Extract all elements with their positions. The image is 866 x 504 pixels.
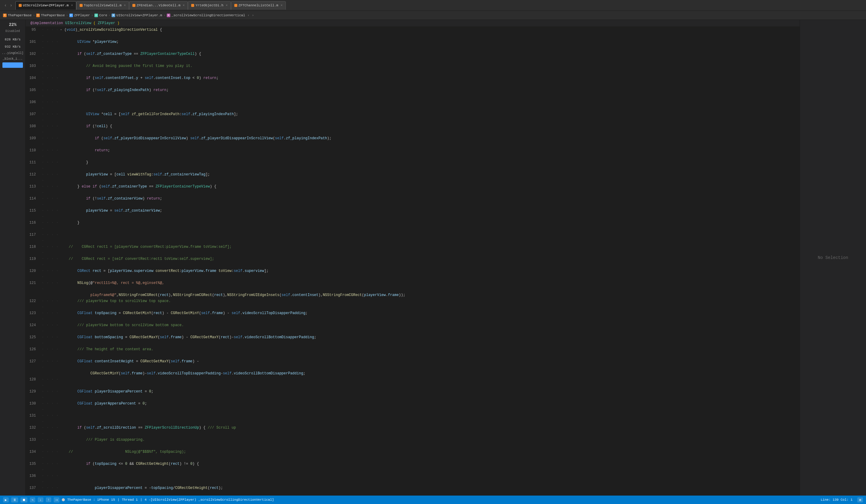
status-bar: ▶ ⏸ ⏹ ↷ ↓ ↑ ⟶ ThePaperBase : iPhone 15 |… [0, 495, 866, 504]
tab-zftchannel[interactable]: ZFTChannelListCell.m × [231, 1, 286, 10]
status-panel-btn[interactable]: ⊞ [857, 497, 863, 503]
breadcrumb-nav-prev[interactable]: ‹ [247, 13, 250, 17]
code-line-114: 114 · · · · · if (!self.zf_containerView… [26, 195, 800, 208]
line-content-95: - (void)_scrollViewScrollingDirectionVer… [59, 27, 800, 33]
breadcrumb-sep-3: › [91, 13, 93, 17]
line-num-127: 127 [26, 358, 41, 365]
line-dots-95: · · · · · [41, 27, 59, 39]
nav-forward-btn[interactable]: › [9, 2, 13, 9]
sidebar-item-3[interactable] [2, 63, 23, 68]
line-num-134: 134 [26, 449, 41, 455]
code-line-131: 131 · · · · · [26, 413, 800, 425]
breadcrumb-file[interactable]: M UIScrollView+ZFPlayer.m [112, 13, 162, 17]
line-dots-105: · · · · · [41, 87, 59, 99]
tab-label-2: TopScrollViewCell.m [84, 4, 122, 7]
main-layout: 22% Disabled 828 KB/s 932 KB/s ...yingCe… [0, 20, 866, 495]
line-num-107: 107 [26, 111, 41, 117]
nav-back-btn[interactable]: ‹ [3, 2, 8, 9]
breadcrumb-thepaperbase-2[interactable]: T ThePaperBase [36, 13, 65, 17]
line-content-130: CGFloat playerApperaPercent = 0; [59, 401, 800, 407]
breadcrumb-label-thepaperbase-1: ThePaperBase [8, 13, 32, 17]
tab-zfendian[interactable]: ZFEndian...VideoCell.m × [129, 1, 188, 10]
breadcrumb-method[interactable]: M _scrollViewScrollingDirectionVertical [167, 13, 245, 17]
sidebar-item-1[interactable]: ...yingCell] [0, 51, 25, 55]
line-content-124: /// playerView bottom to scrollView bott… [59, 322, 800, 328]
line-dots-108: · · · · · [41, 123, 59, 135]
code-line-130: 130 · · · · · CGFloat playerApperaPercen… [26, 401, 800, 413]
code-line-129: 129 · · · · · CGFloat playerDisapperaPer… [26, 389, 800, 401]
breadcrumb-label-method: _scrollViewScrollingDirectionVertical [171, 13, 245, 17]
editor-area: @implementation UIScrollView ( ZFPlayer … [26, 20, 800, 495]
code-line-103: 103 · · · · · // Avoid being paused the … [26, 63, 800, 75]
line-dots-134: · · · · · [41, 449, 59, 461]
code-line-123: 123 · · · · · CGFloat topSpacing = CGRec… [26, 310, 800, 322]
line-dots-137: · · · · · [41, 485, 59, 495]
tab-uiscrollview-zfplayer[interactable]: UIScrollView+ZFPlayer.m × [15, 1, 76, 10]
line-dots-102: · · · · · [41, 51, 59, 63]
line-dots-132: · · · · · [41, 425, 59, 437]
line-dots-117: · · · · · [41, 232, 59, 244]
breadcrumb-sep-5: › [164, 13, 166, 17]
code-line-95: 95 · · · · · - (void)_scrollViewScrollin… [26, 27, 800, 39]
line-dots-125: · · · · · [41, 334, 59, 346]
code-line-112: 112 · · · · · playerView = [cell viewWit… [26, 171, 800, 183]
tab-close-5[interactable]: × [281, 4, 282, 7]
line-content-133: /// Player is disappearing. [59, 437, 800, 443]
code-container[interactable]: 95 · · · · · - (void)_scrollViewScrollin… [26, 27, 800, 495]
tab-label-5: ZFTChannelListCell.m [238, 4, 278, 7]
breadcrumb-zfplayer[interactable]: F ZFPlayer [69, 13, 90, 17]
line-num-102: 102 [26, 51, 41, 57]
breadcrumb-icon-thepaperbase-1: T [3, 13, 7, 17]
line-content-103: // Avoid being paused the first time you… [59, 63, 800, 69]
line-num-106: 106 [26, 99, 41, 105]
line-num-126: 126 [26, 346, 41, 352]
status-step-in-btn[interactable]: ↓ [38, 497, 43, 502]
line-dots-120: · · · · · [41, 268, 59, 280]
status-thread-sep: | [118, 498, 120, 502]
tab-yrteobject[interactable]: YrteObjectDi.h × [188, 1, 231, 10]
status-run-btn[interactable]: ▶ [3, 497, 9, 503]
line-num-133: 133 [26, 437, 41, 443]
tab-close-4[interactable]: × [226, 4, 227, 7]
line-dots-109: · · · · · [41, 135, 59, 147]
line-num-137: 137 [26, 485, 41, 491]
line-dots-130: · · · · · [41, 401, 59, 413]
code-line-137: 137 · · · · · playerDisapperaPercent = -… [26, 485, 800, 495]
code-line-120: 120 · · · · · CGRect rect = [playerView.… [26, 268, 800, 280]
status-line-col: Line: 139 Col: 1 [821, 498, 853, 502]
tab-topscrollview[interactable]: TopScrollViewCell.m × [76, 1, 129, 10]
line-dots-131: · · · · · [41, 413, 59, 425]
breadcrumb-nav-next[interactable]: › [252, 13, 254, 17]
breadcrumb-thepaperbase-1[interactable]: T ThePaperBase [3, 13, 32, 17]
line-content-127: CGFloat contentInsetHeight = CGRectGetMa… [59, 358, 800, 365]
breadcrumb-core[interactable]: C Core [95, 13, 107, 17]
line-content-110: return; [59, 147, 800, 154]
line-content-116: } [59, 220, 800, 226]
line-content-109: if (self.zf_playerDidDisappearInScrollVi… [59, 135, 800, 141]
tab-label-3: ZFEndian...VideoCell.m [136, 4, 180, 7]
line-dots-118: · · · · · [41, 244, 59, 256]
status-step-out-btn[interactable]: ↑ [46, 497, 52, 502]
line-dots-126: · · · · · [41, 346, 59, 358]
tab-close-2[interactable]: × [124, 4, 126, 7]
line-num-115: 115 [26, 208, 41, 214]
sidebar-stat1: 828 KB/s [0, 36, 25, 43]
tab-close-1[interactable]: × [71, 4, 73, 7]
code-line-109: 109 · · · · · if (self.zf_playerDidDisap… [26, 135, 800, 147]
code-line-134: 134 · · · · · // NSLog(@"$$$%f", topSpac… [26, 449, 800, 461]
code-line-113: 113 · · · · · } else if (self.zf_contain… [26, 183, 800, 195]
breadcrumb-bar: T ThePaperBase › T ThePaperBase › F ZFPl… [0, 11, 866, 20]
impl-class: UIScrollView [65, 21, 93, 25]
code-line-119: 119 · · · · · // CGRect rect = [self con… [26, 256, 800, 268]
sidebar-item-2[interactable]: _block_i... [0, 57, 25, 61]
implementation-bar: @implementation UIScrollView ( ZFPlayer … [26, 20, 800, 27]
line-dots-106: · · · · · [41, 99, 59, 111]
tab-close-3[interactable]: × [183, 4, 185, 7]
status-step-over-btn[interactable]: ↷ [30, 497, 36, 503]
left-sidebar: 22% Disabled 828 KB/s 932 KB/s ...yingCe… [0, 20, 26, 495]
status-continue-btn[interactable]: ⟶ [54, 497, 59, 503]
line-content-114: if (!self.zf_containerView) return; [59, 195, 800, 202]
impl-keyword: @implementation [31, 21, 63, 25]
status-stop-btn[interactable]: ⏹ [21, 497, 27, 503]
status-pause-btn[interactable]: ⏸ [11, 497, 18, 503]
